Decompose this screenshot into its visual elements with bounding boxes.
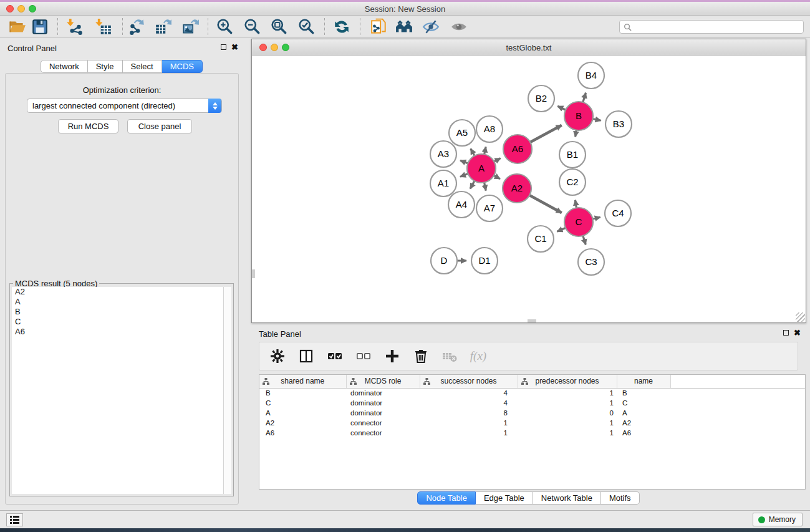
cell[interactable]: A6 xyxy=(617,428,670,438)
graph-node-D1[interactable]: D1 xyxy=(471,248,498,274)
result-scrollbar[interactable] xyxy=(223,287,231,494)
delete-rows-trash-icon[interactable] xyxy=(413,348,429,364)
table-row[interactable]: A2connector11A2 xyxy=(259,418,806,428)
graph-node-A5[interactable]: A5 xyxy=(449,120,475,146)
cell[interactable]: A2 xyxy=(617,418,670,428)
graph-node-A8[interactable]: A8 xyxy=(476,116,503,142)
search-field[interactable] xyxy=(619,20,804,34)
hide-selected-icon[interactable] xyxy=(422,18,440,36)
cell[interactable]: A xyxy=(617,408,670,418)
cell[interactable]: A xyxy=(259,408,346,418)
horizontal-scrollbar[interactable] xyxy=(528,319,536,322)
graph-node-C2[interactable]: C2 xyxy=(559,169,586,195)
graph-node-B2[interactable]: B2 xyxy=(528,85,554,112)
cell[interactable]: 4 xyxy=(420,388,518,398)
panel-list-button[interactable] xyxy=(6,513,23,526)
cell[interactable]: 1 xyxy=(420,428,518,438)
graph-node-A3[interactable]: A3 xyxy=(430,141,456,167)
network-canvas[interactable]: B4B2BB3A5A8A6B1A3AC2A1A2A4A7C4CC1DD1C3 xyxy=(252,56,806,322)
cell[interactable]: 1 xyxy=(518,418,617,428)
table-row[interactable]: A6connector11A6 xyxy=(259,428,806,438)
column-header-MCDS-role[interactable]: MCDS role xyxy=(346,375,420,388)
cell[interactable]: 4 xyxy=(420,398,518,408)
graph-node-A2[interactable]: A2 xyxy=(503,174,531,203)
graph-node-C3[interactable]: C3 xyxy=(578,249,604,275)
save-session-icon[interactable] xyxy=(31,18,49,36)
close-panel-icon[interactable]: ✖ xyxy=(231,44,238,51)
cell[interactable]: B xyxy=(617,388,670,398)
first-neighbors-icon[interactable] xyxy=(395,18,413,36)
node-table[interactable]: shared nameMCDS rolesuccessor nodesprede… xyxy=(259,375,806,438)
cell[interactable]: C xyxy=(259,398,346,408)
zoom-fit-icon[interactable] xyxy=(271,18,288,36)
table-row[interactable]: Bdominator41B xyxy=(259,388,806,398)
network-graph[interactable]: B4B2BB3A5A8A6B1A3AC2A1A2A4A7C4CC1DD1C3 xyxy=(252,56,806,322)
graph-node-A4[interactable]: A4 xyxy=(448,191,475,218)
export-image-icon[interactable] xyxy=(182,18,200,36)
network-window-titlebar[interactable]: testGlobe.txt xyxy=(252,39,806,56)
new-network-from-file-icon[interactable] xyxy=(370,18,388,36)
graph-node-C[interactable]: C xyxy=(564,208,593,236)
graph-node-C4[interactable]: C4 xyxy=(605,200,631,226)
tab-motifs[interactable]: Motifs xyxy=(601,491,640,505)
export-network-icon[interactable] xyxy=(128,18,146,36)
refresh-view-icon[interactable] xyxy=(333,18,350,36)
cell[interactable]: 0 xyxy=(518,408,617,418)
zoom-in-icon[interactable] xyxy=(216,18,234,36)
result-item[interactable]: C xyxy=(12,317,223,327)
open-session-icon[interactable] xyxy=(9,18,26,36)
cell[interactable]: A6 xyxy=(259,428,346,438)
resize-grip[interactable] xyxy=(796,312,805,322)
table-settings-gear-icon[interactable] xyxy=(269,348,286,364)
memory-button[interactable]: Memory xyxy=(753,513,803,526)
show-all-icon[interactable] xyxy=(450,18,468,36)
column-header-predecessor-nodes[interactable]: predecessor nodes xyxy=(518,375,617,388)
graph-node-A6[interactable]: A6 xyxy=(503,135,532,163)
import-network-icon[interactable] xyxy=(66,18,84,36)
search-input[interactable] xyxy=(634,22,799,31)
float-table-panel-icon[interactable] xyxy=(783,330,789,336)
zoom-out-icon[interactable] xyxy=(244,18,261,36)
graph-node-B3[interactable]: B3 xyxy=(605,111,632,137)
graph-node-A[interactable]: A xyxy=(467,154,496,183)
cell[interactable]: C xyxy=(617,398,670,408)
graph-node-B[interactable]: B xyxy=(564,102,593,130)
show-columns-icon[interactable] xyxy=(298,348,314,364)
tab-style[interactable]: Style xyxy=(88,60,123,73)
cell[interactable]: 1 xyxy=(518,398,617,408)
close-panel-button[interactable]: Close panel xyxy=(127,119,192,133)
cell[interactable]: 1 xyxy=(420,418,518,428)
graph-node-A7[interactable]: A7 xyxy=(476,195,503,221)
column-header-successor-nodes[interactable]: successor nodes xyxy=(420,375,518,388)
graph-node-A1[interactable]: A1 xyxy=(430,170,456,196)
result-item[interactable]: A6 xyxy=(12,327,223,337)
table-row[interactable]: Adominator80A xyxy=(259,408,806,418)
result-item[interactable]: A2 xyxy=(12,287,223,297)
result-item[interactable]: A xyxy=(12,297,223,307)
criterion-dropdown[interactable]: largest connected component (directed) xyxy=(27,99,222,113)
tab-select[interactable]: Select xyxy=(123,60,162,73)
run-mcds-button[interactable]: Run MCDS xyxy=(58,119,118,133)
graph-node-B1[interactable]: B1 xyxy=(559,142,586,168)
tab-mcds[interactable]: MCDS xyxy=(162,60,203,73)
deselect-all-rows-icon[interactable] xyxy=(355,348,372,364)
cell[interactable]: connector xyxy=(346,428,420,438)
cell[interactable]: dominator xyxy=(346,388,420,398)
close-table-panel-icon[interactable]: ✖ xyxy=(794,329,801,336)
cell[interactable]: A2 xyxy=(259,418,346,428)
vertical-scrollbar[interactable] xyxy=(252,269,255,278)
column-header-shared-name[interactable]: shared name xyxy=(259,375,346,388)
select-all-rows-icon[interactable] xyxy=(327,348,343,364)
tab-network-table[interactable]: Network Table xyxy=(533,491,601,505)
cell[interactable]: 1 xyxy=(518,428,617,438)
import-table-icon[interactable] xyxy=(95,18,112,36)
cell[interactable]: connector xyxy=(346,418,420,428)
cell[interactable]: dominator xyxy=(346,398,420,408)
create-column-plus-icon[interactable] xyxy=(384,348,400,364)
tab-node-table[interactable]: Node Table xyxy=(417,491,476,505)
tab-network[interactable]: Network xyxy=(41,60,88,73)
graph-node-C1[interactable]: C1 xyxy=(528,226,554,252)
cell[interactable]: B xyxy=(259,388,346,398)
cell[interactable]: dominator xyxy=(346,408,420,418)
cell[interactable]: 1 xyxy=(518,388,617,398)
